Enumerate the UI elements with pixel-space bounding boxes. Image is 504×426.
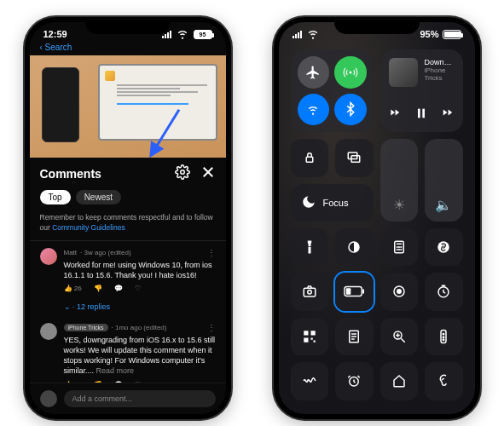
svg-point-14	[398, 246, 399, 247]
flashlight-button[interactable]	[291, 228, 329, 267]
svg-point-17	[398, 249, 399, 250]
dark-mode-button[interactable]	[335, 228, 374, 267]
avatar[interactable]	[40, 323, 57, 340]
svg-rect-7	[306, 158, 313, 163]
reply-icon[interactable]: 💬	[114, 285, 123, 292]
wifi-toggle[interactable]	[298, 94, 330, 126]
comments-title: Comments	[40, 167, 101, 181]
shazam-button[interactable]	[425, 228, 463, 267]
tab-newest[interactable]: Newest	[76, 190, 121, 204]
focus-button[interactable]: Focus	[291, 184, 374, 222]
guideline-banner: Remember to keep comments respectful and…	[30, 210, 226, 241]
volume-slider[interactable]: 🔈	[425, 139, 463, 222]
tab-top[interactable]: Top	[40, 190, 71, 204]
svg-point-13	[397, 246, 397, 247]
author-badge: iPhone Tricks	[64, 324, 108, 331]
screen-record-button[interactable]	[380, 273, 419, 311]
svg-point-26	[397, 289, 402, 294]
airplane-toggle[interactable]	[298, 56, 330, 89]
svg-point-16	[397, 249, 397, 250]
speaker-icon: 🔈	[435, 197, 452, 213]
qr-scan-button[interactable]	[291, 318, 329, 356]
comment-input[interactable]: Add a comment...	[64, 390, 216, 407]
sun-icon: ☀	[393, 197, 405, 213]
kebab-icon[interactable]: ⋮	[207, 323, 216, 332]
svg-point-15	[401, 246, 402, 247]
svg-point-18	[401, 249, 402, 250]
phone-mockup-left: 12:59 95 ‹ Search Comments	[25, 17, 231, 419]
wifi-icon	[305, 26, 321, 43]
comment-text: YES, downgrading from iOS 16.x to 15.6 s…	[64, 335, 216, 377]
video-thumbnail[interactable]	[30, 55, 226, 158]
timer-button[interactable]	[425, 273, 463, 311]
svg-rect-29	[310, 331, 315, 335]
voice-memo-button[interactable]	[291, 362, 329, 400]
alarm-button[interactable]	[335, 362, 374, 400]
prev-track-icon[interactable]	[389, 106, 401, 124]
media-subtitle: iPhone Tricks	[425, 66, 455, 82]
hearing-button[interactable]	[425, 362, 463, 400]
svg-line-0	[154, 110, 179, 152]
magnifier-button[interactable]	[380, 318, 419, 356]
remote-button[interactable]	[425, 318, 463, 356]
low-power-button[interactable]	[335, 273, 374, 311]
svg-rect-28	[304, 331, 308, 335]
svg-rect-31	[310, 337, 312, 339]
brightness-slider[interactable]: ☀	[380, 139, 419, 222]
svg-point-4	[349, 71, 351, 73]
svg-point-43	[443, 337, 445, 338]
svg-rect-23	[346, 289, 351, 295]
notes-button[interactable]	[335, 318, 374, 356]
battery-icon	[443, 30, 461, 39]
comment-item: Matt · 3w ago (edited)⋮ Worked for me! u…	[30, 241, 226, 299]
add-comment-bar: Add a comment...	[30, 383, 226, 414]
gear-icon[interactable]	[175, 164, 190, 183]
sort-pills: Top Newest	[30, 190, 226, 210]
media-artwork	[389, 58, 418, 87]
svg-point-21	[308, 291, 312, 295]
media-title: Downgrade iO...	[425, 58, 455, 66]
camera-button[interactable]	[291, 273, 329, 311]
view-replies[interactable]: ⌄ · 12 replies	[30, 299, 226, 316]
wifi-icon	[175, 26, 190, 43]
home-button[interactable]	[380, 362, 419, 400]
like-button[interactable]: 👍 26	[64, 285, 82, 292]
battery-percent: 95%	[420, 29, 438, 39]
back-search[interactable]: ‹ Search	[30, 43, 226, 55]
notch	[334, 17, 420, 34]
dislike-button[interactable]: 👎	[94, 285, 102, 292]
avatar[interactable]	[40, 248, 57, 265]
read-more[interactable]: Read more	[96, 366, 135, 375]
comment-text: Worked for me! using Windows 10, from io…	[64, 260, 216, 280]
svg-rect-20	[304, 289, 316, 297]
svg-rect-5	[418, 109, 420, 118]
orientation-lock[interactable]	[291, 139, 329, 177]
media-block: Downgrade iO... iPhone Tricks	[380, 49, 463, 132]
svg-rect-32	[313, 340, 315, 342]
guideline-link[interactable]: Community Guidelines	[52, 223, 125, 232]
phone-mockup-right: 95% Downgrade iO... iPhone Tricks	[274, 17, 480, 419]
cellular-icon	[293, 31, 302, 38]
heart-icon: ♡	[135, 285, 141, 292]
kebab-icon[interactable]: ⋮	[207, 248, 216, 257]
calculator-button[interactable]	[380, 228, 419, 267]
next-track-icon[interactable]	[442, 106, 454, 124]
annotation-arrow	[141, 106, 192, 158]
youtube-screen: 12:59 95 ‹ Search Comments	[30, 22, 226, 414]
svg-rect-24	[362, 289, 364, 294]
moon-icon	[301, 194, 316, 211]
my-avatar[interactable]	[40, 390, 57, 407]
comments-header: Comments	[30, 158, 226, 190]
svg-point-44	[443, 339, 445, 341]
control-center: 95% Downgrade iO... iPhone Tricks	[279, 22, 475, 414]
cellular-toggle[interactable]	[334, 56, 367, 89]
svg-point-1	[180, 170, 184, 175]
bluetooth-toggle[interactable]	[334, 94, 367, 126]
screen-mirroring[interactable]	[335, 139, 374, 177]
close-icon[interactable]	[200, 164, 216, 183]
comment-author: Matt	[64, 249, 78, 256]
pause-icon[interactable]	[414, 106, 428, 124]
svg-rect-30	[304, 337, 308, 342]
svg-rect-6	[422, 109, 425, 118]
connectivity-block	[291, 49, 374, 132]
